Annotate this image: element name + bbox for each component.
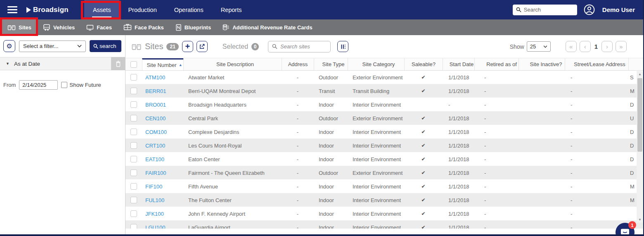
show-label: Show bbox=[510, 43, 524, 50]
column-header-saleable[interactable]: Saleable? bbox=[404, 58, 443, 70]
first-page-button[interactable]: « bbox=[566, 41, 577, 52]
retired-as-of-cell: - bbox=[474, 207, 519, 220]
select-all-checkbox[interactable] bbox=[130, 61, 137, 68]
row-checkbox[interactable] bbox=[130, 101, 137, 108]
filter-settings-button[interactable]: ⚙ bbox=[3, 40, 15, 52]
export-sites-button[interactable] bbox=[197, 41, 208, 52]
site-number-link[interactable]: COM100 bbox=[145, 129, 167, 135]
hamburger-menu-icon[interactable] bbox=[7, 5, 17, 15]
brand-name: Broadsign bbox=[33, 6, 69, 14]
double-chevron-right-icon: » bbox=[619, 43, 623, 50]
row-checkbox[interactable] bbox=[130, 88, 137, 94]
retired-as-of-cell: - bbox=[474, 98, 519, 111]
user-name[interactable]: Demo User bbox=[602, 6, 635, 13]
retired-as-of-cell: - bbox=[474, 125, 519, 138]
column-settings-button[interactable] bbox=[337, 41, 348, 52]
user-avatar-icon[interactable] bbox=[584, 4, 595, 15]
subnav-tab-vehicles[interactable]: Vehicles bbox=[37, 19, 80, 35]
row-checkbox[interactable] bbox=[130, 115, 137, 122]
row-checkbox[interactable] bbox=[130, 183, 137, 190]
row-checkbox[interactable] bbox=[130, 197, 137, 203]
site-description-cell: Les Cours Mont-Royal bbox=[183, 139, 282, 152]
column-header-site-type[interactable]: Site Type bbox=[314, 58, 348, 70]
column-header-address[interactable]: Address bbox=[282, 58, 314, 70]
sites-search-box[interactable] bbox=[268, 41, 331, 52]
street-lease-address-cell: - bbox=[565, 193, 628, 207]
next-page-button[interactable]: › bbox=[601, 41, 613, 52]
site-category-cell: Interior Environment bbox=[348, 98, 404, 111]
street-lease-address-cell: - bbox=[565, 84, 628, 98]
export-icon bbox=[199, 43, 205, 50]
column-header-retired-as-of[interactable]: Retired as of bbox=[474, 58, 519, 70]
show-future-checkbox[interactable] bbox=[61, 82, 67, 88]
column-header-site-description[interactable]: Site Description bbox=[183, 58, 282, 70]
subnav-tab-sites[interactable]: Sites bbox=[2, 19, 37, 35]
site-number-link[interactable]: LGU100 bbox=[145, 224, 165, 229]
site-number-link[interactable]: EAT100 bbox=[145, 156, 164, 162]
scroll-up-arrow-icon[interactable]: ▲ bbox=[637, 71, 643, 77]
nav-tab-reports[interactable]: Reports bbox=[212, 0, 251, 19]
nav-tab-assets[interactable]: Assets bbox=[84, 0, 120, 19]
start-date-cell: 1/1/2018 bbox=[443, 166, 474, 179]
column-header-site-number[interactable]: Site Number▲ bbox=[142, 58, 183, 70]
screen-icon bbox=[86, 24, 94, 31]
column-header-street-lease-address[interactable]: Street/Lease Address bbox=[565, 58, 628, 70]
collapse-triangle-icon[interactable]: ▼ bbox=[6, 62, 9, 66]
site-number-link[interactable]: BERR01 bbox=[145, 88, 166, 94]
row-checkbox[interactable] bbox=[130, 224, 137, 229]
site-number-link[interactable]: BRO001 bbox=[145, 102, 166, 108]
row-checkbox[interactable] bbox=[130, 169, 137, 176]
filter-toolbar: ⚙ Select a filter... search bbox=[0, 35, 125, 57]
chevron-left-icon: ‹ bbox=[584, 43, 586, 50]
saleable-checkmark-cell: ✔ bbox=[404, 139, 443, 152]
site-number-link[interactable]: JFK100 bbox=[145, 211, 164, 217]
page-size-select[interactable]: 25 bbox=[527, 41, 551, 52]
column-header-site-inactive[interactable]: Site Inactive? bbox=[519, 58, 565, 70]
remove-filter-button[interactable] bbox=[111, 57, 125, 70]
add-site-button[interactable]: + bbox=[182, 41, 193, 52]
subnav-tab-blueprints[interactable]: Blueprints bbox=[170, 19, 217, 35]
row-checkbox[interactable] bbox=[130, 210, 137, 217]
site-number-link[interactable]: CEN100 bbox=[145, 115, 166, 122]
as-at-date-section-header[interactable]: ▼ As at Date bbox=[0, 57, 125, 70]
scroll-down-arrow-icon[interactable]: ▼ bbox=[637, 217, 643, 223]
previous-page-button[interactable]: ‹ bbox=[580, 41, 591, 52]
retired-as-of-cell: - bbox=[474, 153, 519, 166]
row-checkbox[interactable] bbox=[130, 156, 137, 162]
subnav-tab-face-packs[interactable]: Face Packs bbox=[118, 19, 170, 35]
filter-search-button[interactable]: search bbox=[90, 40, 121, 52]
filter-select[interactable]: Select a filter... bbox=[19, 41, 86, 52]
site-number-link[interactable]: CRT100 bbox=[145, 143, 165, 149]
sites-search-input[interactable] bbox=[280, 43, 324, 50]
chat-launcher-button[interactable]: 1 bbox=[616, 223, 635, 236]
site-number-link[interactable]: FAIR100 bbox=[145, 170, 166, 176]
last-page-button[interactable]: » bbox=[616, 41, 627, 52]
site-number-link[interactable]: ATM100 bbox=[145, 74, 165, 81]
subnav-tab-rate-cards[interactable]: Additional Revenue Rate Cards bbox=[217, 19, 318, 35]
retired-as-of-cell: - bbox=[474, 112, 519, 125]
row-checkbox[interactable] bbox=[130, 129, 137, 135]
site-number-link[interactable]: FIF100 bbox=[145, 184, 162, 190]
column-header-start-date[interactable]: Start Date bbox=[443, 58, 474, 70]
site-inactive-cell bbox=[519, 221, 565, 229]
address-cell: - bbox=[282, 180, 314, 193]
site-category-cell: Interior Environment bbox=[348, 207, 404, 220]
table-row: COM100 Complexe Desjardins - Indoor Inte… bbox=[125, 125, 643, 139]
column-header-site-category[interactable]: Site Category bbox=[348, 58, 404, 70]
filter-sidebar: ⚙ Select a filter... search ▼ As at Date… bbox=[0, 35, 125, 236]
from-date-input[interactable] bbox=[19, 80, 58, 90]
nav-tab-production[interactable]: Production bbox=[119, 0, 165, 19]
saleable-checkmark-cell: ✔ bbox=[404, 153, 443, 166]
nav-tab-operations[interactable]: Operations bbox=[166, 0, 212, 19]
subnav-tab-faces[interactable]: Faces bbox=[80, 19, 118, 35]
row-checkbox[interactable] bbox=[130, 74, 137, 81]
row-checkbox[interactable] bbox=[130, 142, 137, 149]
global-search-input[interactable] bbox=[524, 7, 569, 13]
global-search-box[interactable] bbox=[513, 5, 577, 15]
site-number-link[interactable]: FUL100 bbox=[145, 197, 164, 203]
address-cell: - bbox=[282, 125, 314, 138]
vertical-scrollbar-thumb[interactable] bbox=[637, 78, 642, 152]
site-category-cell: Interior Environment bbox=[348, 153, 404, 166]
chevron-down-icon bbox=[77, 45, 82, 48]
vertical-scrollbar[interactable]: ▲ ▼ bbox=[637, 71, 643, 223]
